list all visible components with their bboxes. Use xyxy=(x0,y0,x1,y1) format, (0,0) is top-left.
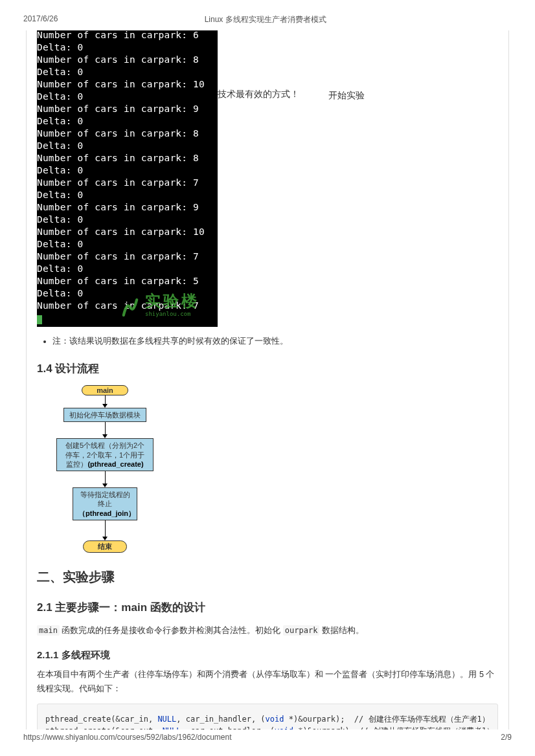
flowchart-end: 结束 xyxy=(83,540,127,553)
heading-2: 二、实验步骤 xyxy=(37,568,498,586)
heading-2-1: 2.1 主要步骤一：main 函数的设计 xyxy=(37,600,498,615)
heading-2-1-1: 2.1.1 多线程环境 xyxy=(37,649,498,662)
para-main-func: main 函数完成的任务是接收命令行参数并检测其合法性。初始化 ourpark … xyxy=(37,624,498,638)
header-date: 2017/6/26 xyxy=(23,14,58,25)
flowchart-create: 创建5个线程（分别为2个停车，2个取车，1个用于监控）(pthread_crea… xyxy=(56,438,154,471)
note-list: 注：该结果说明数据在多线程共享的时候有效的保证了一致性。 xyxy=(52,336,498,347)
flowchart-wait: 等待指定线程的终止（pthread_join） xyxy=(73,487,137,520)
para-threads: 在本项目中有两个生产者（往停车场停车）和两个消费者（从停车场取车）和 一个监督者… xyxy=(37,668,498,696)
watermark: 实验楼 shiyanlou.com xyxy=(119,295,199,320)
footer-url: https://www.shiyanlou.com/courses/592/la… xyxy=(23,733,232,742)
terminal-output: Number of cars in carpark: 6 Delta: 0 Nu… xyxy=(37,30,218,327)
page-footer: https://www.shiyanlou.com/courses/592/la… xyxy=(23,733,512,742)
shiyanlou-logo-icon xyxy=(119,296,141,318)
terminal-cursor xyxy=(37,315,42,324)
content-area: Number of cars in carpark: 6 Delta: 0 Nu… xyxy=(26,30,509,729)
tech-text: 技术最有效的方式！ xyxy=(218,89,299,100)
flowchart-init: 初始化停车场数据模块 xyxy=(63,408,146,422)
note-item: 注：该结果说明数据在多线程共享的时候有效的保证了一致性。 xyxy=(52,336,498,347)
footer-page: 2/9 xyxy=(501,733,512,742)
flowchart-start: main xyxy=(82,385,128,395)
header-title: Linux 多线程实现生产者消费者模式 xyxy=(205,14,326,25)
flowchart: main 初始化停车场数据模块 创建5个线程（分别为2个停车，2个取车，1个用于… xyxy=(37,385,173,553)
heading-1-4: 1.4 设计流程 xyxy=(37,361,498,376)
code-block-threads: pthread_create(&car_in, NULL, car_in_han… xyxy=(37,704,498,729)
start-experiment-link[interactable]: 开始实验 xyxy=(328,90,365,102)
page-header: 2017/6/26 Linux 多线程实现生产者消费者模式 xyxy=(0,0,535,25)
